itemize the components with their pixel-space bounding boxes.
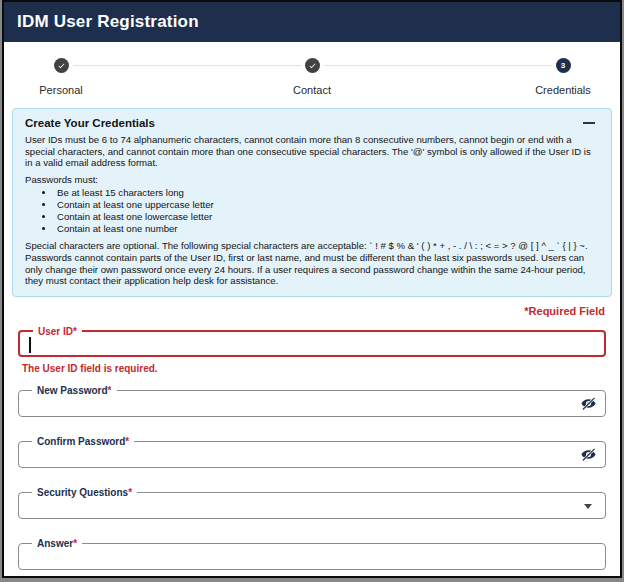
password-rules-list: Be at least 15 characters longContain at… bbox=[55, 187, 599, 235]
step-label: Credentials bbox=[535, 84, 591, 96]
password-rule-item: Be at least 15 characters long bbox=[55, 187, 599, 199]
userid-rules-text: User IDs must be 6 to 74 alphanumeric ch… bbox=[25, 134, 599, 169]
eye-slash-icon[interactable] bbox=[578, 395, 598, 414]
text-caret bbox=[29, 337, 31, 353]
step-credentials[interactable]: 3 Credentials bbox=[530, 58, 596, 96]
step-number-badge: 3 bbox=[556, 58, 571, 73]
security-questions-label: Security Questions* bbox=[32, 486, 137, 499]
check-icon bbox=[305, 58, 320, 73]
special-chars-text: Special characters are optional. The fol… bbox=[25, 240, 599, 286]
step-personal[interactable]: Personal bbox=[28, 58, 94, 96]
required-field-note: *Required Field bbox=[19, 305, 605, 317]
page-title: IDM User Registration bbox=[17, 12, 199, 32]
user-id-label: User ID* bbox=[33, 325, 82, 338]
user-id-input[interactable] bbox=[20, 332, 604, 355]
eye-slash-icon[interactable] bbox=[578, 446, 598, 465]
password-rule-item: Contain at least one number bbox=[55, 223, 599, 235]
new-password-label: New Password* bbox=[32, 384, 117, 397]
step-label: Personal bbox=[39, 84, 82, 96]
step-label: Contact bbox=[293, 84, 331, 96]
credentials-form: User ID* The User ID field is required. … bbox=[18, 330, 606, 570]
credentials-info-panel: Create Your Credentials User IDs must be… bbox=[12, 108, 612, 297]
panel-title: Create Your Credentials bbox=[25, 117, 155, 129]
password-rule-item: Contain at least one uppercase letter bbox=[55, 199, 599, 211]
answer-field[interactable]: Answer* bbox=[18, 543, 606, 570]
step-contact[interactable]: Contact bbox=[279, 58, 345, 96]
passwords-must-label: Passwords must: bbox=[25, 174, 599, 186]
idm-registration-page: IDM User Registration Personal Contact 3… bbox=[2, 0, 622, 578]
password-rule-item: Contain at least one lowercase letter bbox=[55, 211, 599, 223]
new-password-field[interactable]: New Password* bbox=[18, 390, 606, 417]
user-id-error: The User ID field is required. bbox=[22, 363, 606, 374]
check-icon bbox=[54, 58, 69, 73]
user-id-field[interactable]: User ID* bbox=[18, 330, 606, 357]
collapse-minus-icon[interactable] bbox=[581, 117, 597, 129]
stepper: Personal Contact 3 Credentials bbox=[4, 42, 620, 106]
answer-label: Answer* bbox=[32, 537, 82, 550]
confirm-password-field[interactable]: Confirm Password* bbox=[18, 441, 606, 468]
answer-input[interactable] bbox=[19, 544, 605, 569]
app-header: IDM User Registration bbox=[4, 2, 620, 42]
security-questions-field[interactable]: Security Questions* bbox=[18, 492, 606, 519]
confirm-password-label: Confirm Password* bbox=[32, 435, 134, 448]
